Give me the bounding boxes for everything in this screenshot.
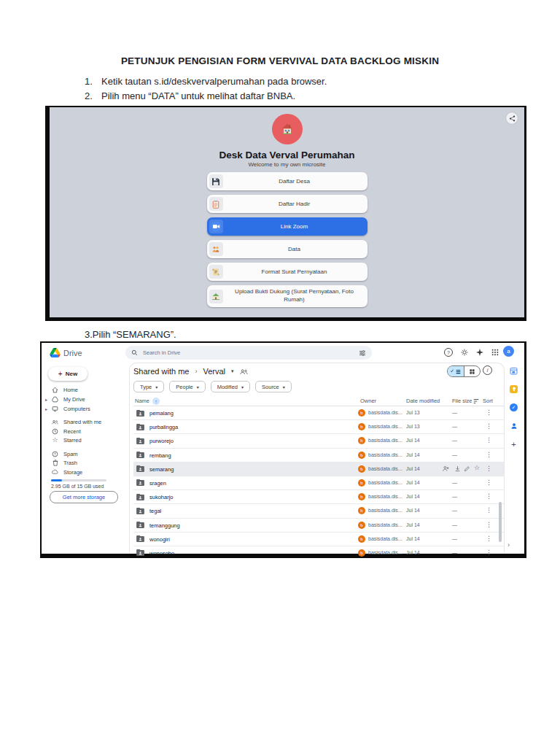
star-icon[interactable]: ☆ [474,464,480,471]
expand-caret-icon[interactable]: ▸ [45,406,47,411]
storage-progress-bar [51,479,106,481]
breadcrumb-current[interactable]: Verval [203,367,225,376]
tasks-app-button[interactable]: ✓ [509,403,518,412]
table-row[interactable]: purbalingga b basisdata.dis... Jul 13 — … [133,420,504,434]
new-button[interactable]: + New [48,367,88,381]
more-options-icon[interactable]: ⋮ [486,409,492,416]
filter-chip-source[interactable]: Source▾ [255,381,292,392]
sidebar-item-shared-with-me[interactable]: Shared with me [42,417,136,426]
list-view-segment[interactable]: ✓ [448,366,464,376]
breadcrumb-root[interactable]: Shared with me [133,367,189,376]
file-name: tegal [149,508,161,514]
sort-ascending-icon[interactable]: ↑ [152,398,160,405]
more-options-icon[interactable]: ⋮ [486,451,492,458]
sidebar-item-label: Storage [63,469,82,476]
download-icon[interactable] [454,465,461,472]
shared-folder-icon [136,494,144,500]
button-upload-bukti[interactable]: Upload Bukti Dukung (Surat Pernyataan, F… [207,285,368,307]
info-button[interactable]: i [483,365,492,375]
table-row[interactable]: rembang b basisdata.dis... Jul 14 — ⋮ [133,449,504,462]
column-sort[interactable]: Sort [483,398,493,404]
help-button[interactable]: ? [444,348,453,357]
list-scrollbar[interactable] [499,502,502,542]
sidebar-item-computers[interactable]: ▸ Computers [42,404,136,413]
keep-app-button[interactable] [509,384,518,394]
search-input[interactable] [141,349,355,357]
more-options-icon[interactable]: ⋮ [486,492,492,500]
sidebar-item-home[interactable]: Home [42,385,136,394]
date-modified: Jul 13 [406,424,420,429]
filter-chip-people[interactable]: People▾ [169,381,205,392]
more-options-icon[interactable]: ⋮ [486,436,492,444]
table-row-semarang-selected[interactable]: semarang b basisdata.dis... Jul 14 ☆ ⋮ [133,462,504,476]
owner-name: basisdata.dis... [368,466,403,471]
people-icon [52,419,58,425]
more-options-icon[interactable]: ⋮ [486,422,492,430]
owner-avatar: b [358,437,365,444]
owner-name: basisdata.dis... [368,452,403,457]
more-options-icon[interactable]: ⋮ [486,506,492,514]
search-bar[interactable] [125,346,372,360]
get-more-storage-button[interactable]: Get more storage [50,491,118,503]
scroll-icon [209,265,223,279]
view-toggle[interactable]: ✓ [447,365,481,377]
button-data[interactable]: Data [207,240,368,258]
sidebar-item-my-drive[interactable]: ▸ My Drive [42,395,136,403]
shared-folder-icon [136,410,144,417]
storage-quota-text: 2.95 GB of 15 GB used [51,484,104,489]
button-link-zoom[interactable]: Link Zoom [207,217,368,236]
more-options-icon[interactable]: ⋮ [486,521,492,528]
more-options-icon[interactable]: ⋮ [486,535,492,542]
zoom-video-icon [209,220,223,233]
column-date-modified[interactable]: Date modified [406,398,440,404]
filter-chip-type[interactable]: Type▾ [133,381,164,392]
share-person-add-icon[interactable] [443,465,449,472]
add-app-button[interactable]: + [509,439,518,449]
table-row[interactable]: sragen b basisdata.dis... Jul 14 — ⋮ [133,476,504,490]
button-label: Daftar Desa [228,178,362,185]
sidebar-item-storage[interactable]: Storage [42,468,136,476]
table-row[interactable]: tegal b basisdata.dis... Jul 14 — ⋮ [133,504,504,518]
chevron-down-icon[interactable]: ▾ [231,368,234,374]
calendar-app-button[interactable] [509,366,518,376]
sidebar-item-spam[interactable]: Spam [42,449,136,458]
rename-pencil-icon[interactable] [464,465,470,472]
expand-caret-icon[interactable]: ▸ [45,397,47,402]
table-row[interactable]: purworejo b basisdata.dis... Jul 14 — ⋮ [133,434,504,448]
sidebar-item-starred[interactable]: ☆ Starred [42,436,136,444]
collapse-panel-chevron[interactable]: › [508,541,510,549]
sidebar-item-trash[interactable]: Trash [42,458,136,467]
button-daftar-hadir[interactable]: Daftar Hadir [207,195,368,213]
chevron-down-icon: ▾ [283,384,285,390]
button-format-surat[interactable]: Format Surat Pernyataan [207,263,368,281]
button-label: Upload Bukti Dukung (Surat Pernyataan, F… [228,288,362,304]
settings-button[interactable] [460,348,469,357]
column-file-size[interactable]: File size [452,398,472,404]
button-label: Format Surat Pernyataan [228,268,362,275]
share-button[interactable] [506,112,518,124]
date-modified: Jul 14 [406,438,420,443]
more-options-icon[interactable]: ⋮ [486,479,492,486]
table-row[interactable]: wonogiri b basisdata.dis... Jul 14 — ⋮ [133,533,504,546]
table-row[interactable]: sukoharjo b basisdata.dis... Jul 14 — ⋮ [133,490,504,504]
column-owner[interactable]: Owner [360,398,376,404]
table-row[interactable]: pemalang b basisdata.dis... Jul 13 — ⋮ [133,406,504,420]
filter-chip-modified[interactable]: Modified▾ [211,381,250,392]
more-options-icon[interactable]: ⋮ [486,549,492,556]
more-options-icon[interactable]: ⋮ [486,465,492,472]
file-name: sukoharjo [149,494,174,500]
column-name[interactable]: Name [135,398,149,404]
button-daftar-desa[interactable]: Daftar Desa [207,172,368,190]
chevron-down-icon: ▾ [197,384,199,390]
account-avatar[interactable]: a [503,346,514,357]
button-label: Data [228,246,362,252]
sidebar-item-recent[interactable]: Recent [42,427,136,436]
gemini-button[interactable] [475,348,484,357]
table-row[interactable]: wonosobo b basisdata.dis... Jul 14 — ⋮ [133,546,504,560]
tune-icon[interactable] [359,349,366,357]
contacts-app-button[interactable] [509,421,518,430]
table-row[interactable]: temanggung b basisdata.dis... Jul 14 — ⋮ [133,519,504,533]
apps-grid-button[interactable] [491,348,499,357]
owner-avatar: b [358,465,365,473]
grid-view-segment[interactable] [464,366,481,376]
